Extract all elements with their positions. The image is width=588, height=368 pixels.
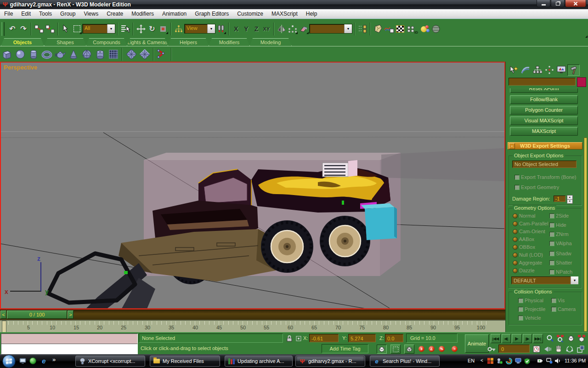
menu-file[interactable]: File	[0, 10, 17, 18]
schematic-hierarchy-icon[interactable]	[173, 23, 184, 34]
box-primitive-icon[interactable]	[0, 48, 13, 61]
quad-patch-icon[interactable]	[124, 48, 138, 61]
arc-rotate-icon[interactable]	[565, 345, 574, 353]
material-editor-icon[interactable]	[395, 23, 406, 34]
dropdown-arrow-icon[interactable]: ▼	[344, 24, 352, 33]
menu-modifiers[interactable]: Modifiers	[127, 10, 158, 18]
radio-aggregate[interactable]: Aggregate	[513, 260, 542, 265]
check-projectile[interactable]: Projectile	[518, 306, 545, 312]
tray-security-shield-icon[interactable]	[524, 357, 531, 364]
tray-swirl-icon[interactable]	[505, 357, 512, 364]
tray-app-icon-red[interactable]	[487, 357, 494, 364]
visual-maxscript-button[interactable]: Visual MAXScript	[510, 116, 578, 125]
named-selection-sets-dropdown[interactable]: ▼	[309, 24, 352, 34]
title-bar[interactable]: Ψ gdiharvy2.gmax - RenX - W3D Modeler Ed…	[0, 0, 588, 9]
follow-bank-button[interactable]: Follow/Bank	[510, 95, 578, 104]
taskbar-button-gmax-active[interactable]: Ψ gdiharvy2.gmax - R...	[295, 356, 365, 367]
check-znrm[interactable]: ZNrm	[549, 231, 569, 237]
zoom-all-icon[interactable]	[556, 334, 565, 343]
motion-panel-icon[interactable]	[543, 64, 555, 75]
create-panel-icon[interactable]	[508, 64, 519, 75]
menu-tools[interactable]: Tools	[35, 10, 56, 18]
check-valpha[interactable]: VAlpha	[549, 241, 572, 246]
tab-modifiers[interactable]: Modifiers	[209, 38, 250, 46]
render-icon[interactable]	[419, 23, 430, 34]
cone-primitive-icon[interactable]	[67, 48, 80, 61]
select-and-move-icon[interactable]	[136, 23, 147, 34]
menu-group[interactable]: Group	[56, 10, 79, 18]
menu-maxscript[interactable]: MAXScript	[267, 10, 302, 18]
viewport-label[interactable]: Perspective	[4, 64, 37, 71]
close-button[interactable]	[565, 0, 586, 7]
restore-button[interactable]	[551, 0, 565, 7]
tray-network-icon[interactable]	[546, 357, 553, 364]
restrict-y-button[interactable]: Y	[241, 24, 251, 34]
percent-snap-icon[interactable]: %	[437, 345, 446, 353]
snaps-3d-icon[interactable]: 3	[417, 345, 426, 353]
selection-lock-icon[interactable]	[285, 334, 294, 343]
damage-region-field[interactable]: -1	[554, 196, 565, 202]
restrict-xy-plane-button[interactable]: XY	[261, 24, 271, 34]
polygon-counter-button[interactable]: Polygon Counter	[510, 106, 578, 115]
geosphere-primitive-icon[interactable]	[80, 48, 93, 61]
display-panel-icon[interactable]	[555, 64, 567, 75]
restrict-z-button[interactable]: Z	[251, 24, 261, 34]
radio-normal[interactable]: Normal	[513, 213, 536, 218]
min-max-toggle-icon[interactable]	[576, 345, 585, 353]
language-indicator[interactable]: EN	[468, 358, 475, 363]
add-time-tag-field[interactable]: Add Time Tag	[322, 344, 368, 353]
select-and-rotate-icon[interactable]: ↻	[147, 23, 158, 34]
current-frame-field[interactable]: 0	[498, 345, 530, 353]
damage-region-spinner[interactable]: ▲ ▼	[567, 195, 573, 204]
teapot-primitive-icon[interactable]	[53, 48, 67, 61]
collapse-icon[interactable]: -	[509, 143, 515, 149]
unlink-icon[interactable]	[45, 23, 56, 34]
check-vis[interactable]: Vis	[551, 298, 565, 303]
tab-lights-cameras[interactable]: Lights & Cameras	[127, 38, 168, 46]
taskbar-button-winrar[interactable]: Updating archive A...	[225, 356, 293, 367]
bones-icon[interactable]	[156, 48, 169, 61]
tube-primitive-icon[interactable]	[93, 48, 107, 61]
pan-hand-icon[interactable]	[554, 345, 563, 353]
rectangular-selection-region-icon[interactable]	[71, 23, 82, 34]
go-to-start-button[interactable]: |◀◀	[491, 334, 501, 343]
sphere-primitive-icon[interactable]	[13, 48, 27, 61]
dropdown-arrow-icon[interactable]: ▼	[207, 24, 215, 33]
zoom-extents-all-icon[interactable]	[577, 334, 586, 343]
check-shatter[interactable]: Shatter	[549, 260, 572, 265]
show-desktop-icon[interactable]	[19, 357, 26, 364]
tab-objects[interactable]: Objects	[1, 38, 44, 46]
reset-xform-button[interactable]: Reset XForm	[510, 88, 578, 93]
absolute-offset-mode-icon[interactable]	[294, 334, 303, 343]
zoom-icon[interactable]	[546, 334, 554, 343]
radio-dazzle[interactable]: Dazzle	[513, 268, 535, 273]
utilities-panel-icon[interactable]	[567, 64, 580, 76]
minimize-button[interactable]	[537, 0, 550, 7]
hierarchy-panel-icon[interactable]	[531, 64, 543, 75]
taskbar-button-received-files[interactable]: My Received Files	[150, 356, 220, 367]
tab-shapes[interactable]: Shapes	[44, 38, 86, 46]
check-npatch[interactable]: NPatch	[549, 269, 572, 275]
layer-manager-icon[interactable]	[357, 23, 368, 34]
tri-patch-icon[interactable]	[138, 48, 151, 61]
check-2side[interactable]: 2Side	[549, 213, 569, 218]
dropdown-arrow-icon[interactable]: ▼	[107, 24, 115, 33]
tray-chevron[interactable]: <	[481, 358, 483, 363]
check-camera[interactable]: Camera	[551, 306, 576, 312]
grid-snap-icon[interactable]	[390, 345, 401, 354]
radio-cam-orient[interactable]: Cam-Orient	[513, 229, 545, 234]
previous-frame-playback-button[interactable]: ◀|	[502, 334, 511, 343]
selection-filter-dropdown[interactable]: All ▼	[82, 24, 115, 34]
tray-power-icon[interactable]	[537, 357, 543, 364]
link-icon[interactable]	[34, 23, 45, 34]
mirror-icon[interactable]	[276, 23, 287, 34]
z-coordinate-field[interactable]: 0.0	[385, 334, 403, 342]
check-vehicle[interactable]: Vehicle	[518, 315, 541, 321]
tab-modeling[interactable]: Modeling	[249, 38, 292, 46]
menu-create[interactable]: Create	[102, 10, 127, 18]
rollout-scrollbar[interactable]	[584, 138, 587, 332]
snap-toggle-icon[interactable]	[377, 345, 387, 354]
select-by-name-icon[interactable]	[120, 23, 131, 34]
menu-views[interactable]: Views	[79, 10, 102, 18]
export-geometry-checkbox[interactable]: Export Geometry	[514, 184, 559, 190]
